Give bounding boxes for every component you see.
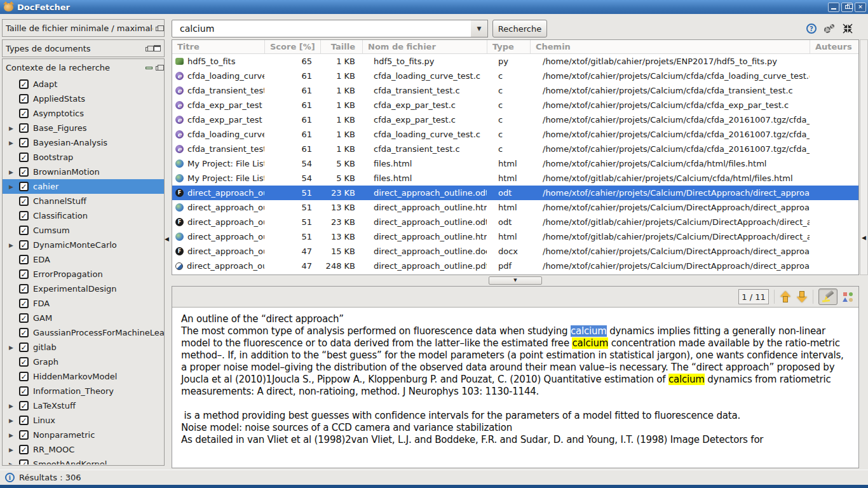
column-header-auteurs[interactable]: Auteurs <box>810 40 858 53</box>
checkbox[interactable]: ✓ <box>19 138 29 147</box>
column-header-taille[interactable]: Taille <box>320 40 362 53</box>
expand-arrow-icon[interactable]: ▶ <box>9 417 19 424</box>
result-row[interactable]: ecfda_transient_test611 KBcfda_transient… <box>172 83 858 98</box>
sidebar-item-rr_mooc[interactable]: ▶✓RR_MOOC <box>3 442 164 457</box>
expand-arrow-icon[interactable]: ▶ <box>9 242 19 248</box>
expand-arrow-icon[interactable]: ▶ <box>9 169 19 175</box>
expand-arrow-icon[interactable]: ▶ <box>9 140 19 146</box>
panel-file-size[interactable]: Taille de fichier minimale / maximale <box>2 19 165 37</box>
sidebar-item-eda[interactable]: ✓EDA <box>3 252 164 267</box>
checkbox[interactable]: ✓ <box>19 182 29 191</box>
collapse-right-arrow[interactable]: ◀ <box>862 234 866 241</box>
result-row[interactable]: direct_approach_outline5113 KBdirect_app… <box>172 200 858 215</box>
checkbox[interactable]: ✓ <box>19 416 29 425</box>
result-row[interactable]: ecfda_exp_par_test611 KBcfda_exp_par_tes… <box>172 112 858 127</box>
result-row[interactable]: Fdirect_approach_outline4715 KBdirect_ap… <box>172 244 858 259</box>
search-input[interactable] <box>172 20 471 37</box>
checkbox[interactable]: ✓ <box>19 284 29 294</box>
preview-mode-shapes-icon[interactable] <box>843 292 853 302</box>
result-row[interactable]: direct_approach_outline5113 KBdirect_app… <box>172 229 858 244</box>
checkbox[interactable]: ✓ <box>19 372 29 381</box>
sidebar-item-latexstuff[interactable]: ▶✓LaTeXstuff <box>3 398 164 413</box>
column-header-score[interactable]: Score [%] <box>264 40 320 53</box>
column-header-type[interactable]: Type <box>487 40 530 53</box>
sidebar-item-channelstuff[interactable]: ✓ChannelStuff <box>3 194 164 208</box>
checkbox[interactable]: ✓ <box>19 79 29 89</box>
expand-arrow-icon[interactable]: ▶ <box>9 461 19 465</box>
result-row[interactable]: ecfda_loading_curve_test611 KBcfda_loadi… <box>172 69 858 83</box>
minimize-panel-icon[interactable] <box>146 67 153 69</box>
sidebar-item-cumsum[interactable]: ✓Cumsum <box>3 223 164 238</box>
checkbox[interactable]: ✓ <box>19 328 29 337</box>
result-row[interactable]: direct_approach_outline47248 KBdirect_ap… <box>172 259 858 273</box>
maximize-panel-icon[interactable] <box>154 45 161 51</box>
checkbox[interactable]: ✓ <box>19 313 29 323</box>
restore-panel-icon[interactable] <box>156 27 161 31</box>
sidebar-item-nonparametric[interactable]: ▶✓Nonparametric <box>3 428 164 442</box>
checkbox[interactable]: ✓ <box>19 459 29 464</box>
checkbox[interactable]: ✓ <box>19 226 29 235</box>
sidebar-item-errorpropagation[interactable]: ✓ErrorPropagation <box>3 267 164 281</box>
column-header-chemin[interactable]: Chemin <box>530 40 810 53</box>
sidebar-item-gam[interactable]: ✓GAM <box>3 311 164 325</box>
sidebar-item-classification[interactable]: ✓Classification <box>3 208 164 223</box>
result-row[interactable]: ecfda_loading_curve_test611 KBcfda_loadi… <box>172 127 858 142</box>
sidebar-item-experimentaldesign[interactable]: ✓ExperimentalDesign <box>3 281 164 296</box>
sidebar-item-appliedstats[interactable]: ✓AppliedStats <box>3 92 164 106</box>
checkbox[interactable]: ✓ <box>19 430 29 440</box>
result-row[interactable]: Fdirect_approach_outline5123 KBdirect_ap… <box>172 215 858 229</box>
highlight-toggle-button[interactable] <box>818 288 837 305</box>
collapse-sidebar-arrow[interactable]: ◀ <box>165 236 169 242</box>
checkbox[interactable]: ✓ <box>19 211 29 220</box>
search-button[interactable]: Recherche <box>492 20 547 37</box>
checkbox[interactable]: ✓ <box>19 240 29 250</box>
sidebar-item-bayesian-analysis[interactable]: ▶✓Bayesian-Analysis <box>3 135 164 150</box>
checkbox[interactable]: ✓ <box>19 269 29 279</box>
scroll-down-button[interactable]: ▼ <box>489 276 542 285</box>
sidebar-item-cahier[interactable]: ▶✓cahier <box>3 179 164 194</box>
expand-arrow-icon[interactable]: ▶ <box>9 432 19 438</box>
minimize-button[interactable] <box>828 3 839 12</box>
sidebar-item-adapt[interactable]: ✓Adapt <box>3 77 164 92</box>
column-header-titre[interactable]: Titre <box>172 40 264 53</box>
result-row[interactable]: ecfda_exp_par_test611 KBcfda_exp_par_tes… <box>172 98 858 112</box>
restore-panel-icon[interactable] <box>146 47 151 51</box>
result-row[interactable]: ecfda_transient_test611 KBcfda_transient… <box>172 142 858 156</box>
sidebar-item-graph[interactable]: ✓Graph <box>3 355 164 369</box>
panel-document-types[interactable]: Types de documents <box>2 39 165 57</box>
sidebar-item-information_theory[interactable]: ✓Information_Theory <box>3 384 164 398</box>
sidebar-item-asymptotics[interactable]: ✓Asymptotics <box>3 106 164 121</box>
sidebar-item-gaussianprocessformachinelearning[interactable]: ✓GaussianProcessForMachineLearning <box>3 325 164 340</box>
sidebar-item-hiddenmarkovmodel[interactable]: ✓HiddenMarkovModel <box>3 369 164 384</box>
checkbox[interactable]: ✓ <box>19 401 29 410</box>
checkbox[interactable]: ✓ <box>19 94 29 104</box>
expand-arrow-icon[interactable]: ▶ <box>9 344 19 351</box>
help-icon[interactable]: ? <box>806 24 817 34</box>
expand-arrow-icon[interactable]: ▶ <box>9 184 19 190</box>
next-match-button[interactable] <box>796 290 808 303</box>
checkbox[interactable]: ✓ <box>19 445 29 454</box>
checkbox[interactable]: ✓ <box>19 357 29 367</box>
sidebar-item-gitlab[interactable]: ▶✓gitlab <box>3 340 164 355</box>
result-row[interactable]: Fdirect_approach_outline5123 KBdirect_ap… <box>172 186 858 200</box>
checkbox[interactable]: ✓ <box>19 196 29 206</box>
sidebar-item-dynamicmontecarlo[interactable]: ▶✓DynamicMonteCarlo <box>3 238 164 252</box>
expand-arrow-icon[interactable]: ▶ <box>9 125 19 132</box>
sidebar-item-linux[interactable]: ▶✓Linux <box>3 413 164 428</box>
checkbox[interactable]: ✓ <box>19 342 29 352</box>
sidebar-item-base_figures[interactable]: ▶✓Base_Figures <box>3 121 164 135</box>
checkbox[interactable]: ✓ <box>19 255 29 264</box>
checkbox[interactable]: ✓ <box>19 299 29 308</box>
checkbox[interactable]: ✓ <box>19 109 29 118</box>
result-row[interactable]: My Project: File List545 KBfiles.htmlhtm… <box>172 171 858 186</box>
checkbox[interactable]: ✓ <box>19 167 29 177</box>
sidebar-item-fda[interactable]: ✓FDA <box>3 296 164 311</box>
sidebar-item-brownianmotion[interactable]: ▶✓BrownianMotion <box>3 165 164 179</box>
expand-arrow-icon[interactable]: ▶ <box>9 403 19 409</box>
restore-button[interactable] <box>841 3 853 12</box>
sidebar-item-smoothandkernel[interactable]: ▶✓SmoothAndKernel <box>3 457 164 464</box>
close-button[interactable]: ✕ <box>855 3 866 12</box>
result-row[interactable]: My Project: File List545 KBfiles.htmlhtm… <box>172 156 858 171</box>
preferences-gears-icon[interactable] <box>824 24 838 34</box>
checkbox[interactable]: ✓ <box>19 386 29 396</box>
